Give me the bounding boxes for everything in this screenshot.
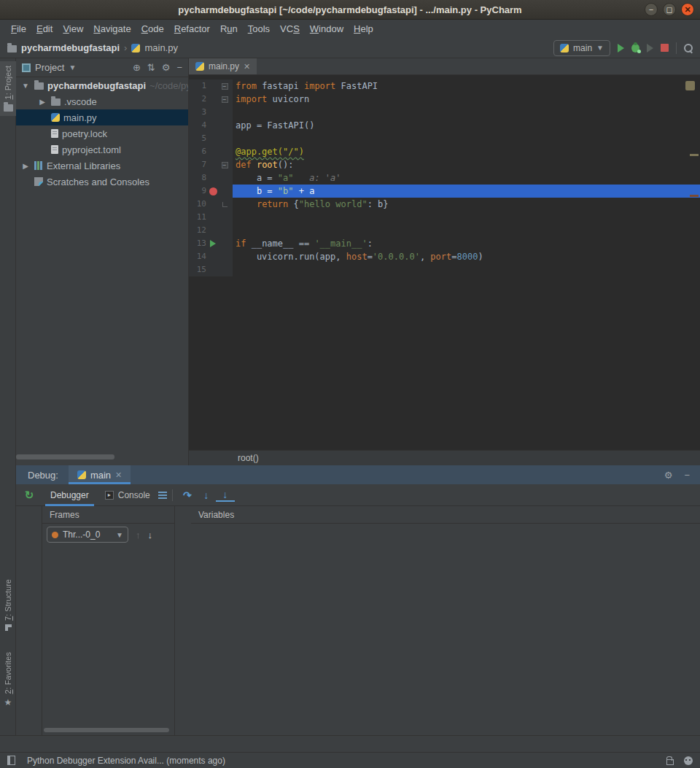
editor-tab-mainpy[interactable]: main.py ✕	[189, 58, 257, 74]
hector-inspections-icon[interactable]	[684, 756, 693, 765]
maximize-icon[interactable]: ◻	[663, 3, 676, 16]
tree-item-poetry-lock[interactable]: poetry.lock	[16, 125, 188, 141]
code-line-1[interactable]: 1−from fastapi import FastAPI	[189, 79, 700, 93]
chevron-right-icon[interactable]: ▶	[37, 98, 47, 106]
run-button[interactable]	[618, 44, 624, 53]
fold-icon[interactable]: −	[222, 162, 228, 168]
tree-item-main-py[interactable]: main.py	[16, 109, 188, 125]
tree-item--vscode[interactable]: ▶.vscode	[16, 93, 188, 109]
code-text	[233, 211, 700, 224]
code-line-3[interactable]: 3	[189, 106, 700, 119]
stop-button[interactable]	[661, 44, 669, 52]
code-line-2[interactable]: 2−import uvicorn	[189, 93, 700, 106]
frames-panel: Frames Thr...-0_0 ▼ ↑ ↓	[42, 506, 175, 735]
menu-tools[interactable]: Tools	[243, 23, 275, 34]
step-into-icon[interactable]: ↓	[197, 489, 216, 501]
menu-navigate[interactable]: Navigate	[88, 23, 136, 34]
frames-horizontal-scrollbar[interactable]	[44, 728, 169, 732]
chevron-down-icon[interactable]: ▼	[20, 82, 31, 90]
menu-bar: FileEditViewNavigateCodeRefactorRunTools…	[0, 20, 700, 38]
lock-icon[interactable]	[666, 759, 674, 765]
next-frame-icon[interactable]: ↓	[148, 530, 153, 540]
code-area[interactable]: 1−from fastapi import FastAPI2−import uv…	[189, 75, 700, 450]
title-bar[interactable]: pycharmdebugfastapi [~/code/pycharmdebug…	[0, 0, 700, 20]
code-line-15[interactable]: 15	[189, 263, 700, 276]
menu-vcs[interactable]: VCS	[275, 23, 305, 34]
breadcrumb-function[interactable]: root()	[238, 453, 259, 463]
code-line-6[interactable]: 6@app.get("/")	[189, 145, 700, 158]
code-line-5[interactable]: 5	[189, 132, 700, 145]
menu-view[interactable]: View	[58, 23, 88, 34]
thread-select[interactable]: Thr...-0_0 ▼	[47, 527, 128, 543]
fold-icon[interactable]: −	[222, 83, 228, 90]
settings-icon[interactable]: ⚙	[664, 470, 673, 481]
hide-icon[interactable]: −	[684, 470, 690, 481]
step-into-my-code-icon[interactable]: ↓	[216, 489, 235, 502]
menu-window[interactable]: Window	[305, 23, 349, 34]
breadcrumb-file[interactable]: main.py	[144, 42, 178, 53]
close-session-icon[interactable]: ✕	[115, 470, 122, 480]
code-line-8[interactable]: 8 a = "a" a: 'a'	[189, 171, 700, 185]
search-everywhere-button[interactable]	[684, 44, 693, 53]
code-line-9[interactable]: 9 b = "b" + a	[189, 185, 700, 198]
code-line-12[interactable]: 12	[189, 224, 700, 237]
code-line-14[interactable]: 14 uvicorn.run(app, host='0.0.0.0', port…	[189, 250, 700, 263]
stripe-tab-2-favorites[interactable]: 2: Favorites★	[0, 648, 16, 712]
debug-view-tab-console[interactable]: ▸Console	[97, 484, 158, 506]
tree-item-pycharmdebugfastapi[interactable]: ▼pycharmdebugfastapi ~/code/pycharmdebug…	[16, 77, 188, 93]
stripe-tab-1-project[interactable]: 1: Project	[0, 61, 16, 116]
python-file-icon	[131, 44, 140, 53]
hide-icon[interactable]: −	[176, 62, 182, 73]
stripe-tab-7-structure[interactable]: 7: Structure	[0, 575, 16, 635]
menu-code[interactable]: Code	[136, 23, 169, 34]
settings-icon[interactable]: ⚙	[162, 62, 171, 73]
breadcrumb-project[interactable]: pycharmdebugfastapi	[21, 42, 120, 53]
code-line-7[interactable]: 7−def root():	[189, 158, 700, 171]
minimize-icon[interactable]: −	[645, 3, 658, 16]
code-line-13[interactable]: 13if __name__ == '__main__':	[189, 237, 700, 250]
tree-item-pyproject-toml[interactable]: pyproject.toml	[16, 141, 188, 158]
breakpoint-icon[interactable]	[209, 187, 217, 195]
chevron-down-icon[interactable]: ▼	[69, 63, 76, 71]
code-line-10[interactable]: 10 return {"hello world": b}	[189, 198, 700, 211]
menu-edit[interactable]: Edit	[31, 23, 58, 34]
menu-refactor[interactable]: Refactor	[169, 23, 215, 34]
coverage-button[interactable]	[647, 44, 653, 53]
python-icon	[560, 44, 569, 53]
line-number: 1	[189, 79, 206, 93]
debug-view-tab-debugger[interactable]: Debugger	[42, 484, 97, 506]
debug-session-tab[interactable]: main ✕	[69, 465, 131, 484]
code-line-11[interactable]: 11	[189, 211, 700, 224]
fold-end-icon[interactable]	[222, 202, 228, 207]
menu-help[interactable]: Help	[349, 23, 378, 34]
chevron-right-icon[interactable]: ▶	[20, 162, 31, 170]
toggle-tool-buttons-icon[interactable]	[7, 756, 15, 765]
fold-icon[interactable]: −	[222, 96, 228, 103]
rerun-icon[interactable]: ↻	[25, 489, 34, 502]
run-line-icon[interactable]	[210, 240, 216, 247]
menu-file[interactable]: File	[6, 23, 31, 34]
inspection-indicator-icon[interactable]	[685, 81, 695, 90]
tree-item-external-libraries[interactable]: ▶External Libraries	[16, 158, 188, 174]
code-line-4[interactable]: 4app = FastAPI()	[189, 119, 700, 132]
project-panel-title[interactable]: Project	[35, 62, 64, 73]
locate-icon[interactable]: ⊕	[133, 62, 141, 73]
thread-row: Thr...-0_0 ▼ ↑ ↓	[42, 524, 174, 546]
close-icon[interactable]: ✕	[681, 3, 694, 16]
view-options-icon[interactable]	[158, 492, 167, 499]
line-number: 2	[189, 93, 206, 106]
collapse-all-icon[interactable]: ⇅	[147, 62, 155, 73]
tree-item-label: .vscode	[64, 96, 97, 107]
project-horizontal-scrollbar[interactable]	[16, 454, 114, 459]
tree-item-scratches-and-consoles[interactable]: Scratches and Consoles	[16, 174, 188, 190]
debug-button[interactable]	[631, 44, 639, 53]
warning-stripe-mark[interactable]	[690, 154, 699, 156]
fold-slot	[219, 202, 230, 207]
run-config-select[interactable]: main ▼	[553, 40, 610, 56]
previous-frame-icon[interactable]: ↑	[136, 530, 141, 540]
step-over-icon[interactable]: ↷	[178, 489, 197, 501]
status-message: Python Debugger Extension Avail... (mome…	[27, 756, 225, 766]
close-tab-icon[interactable]: ✕	[244, 62, 250, 71]
breakpoint-stripe-mark[interactable]	[690, 195, 699, 197]
menu-run[interactable]: Run	[215, 23, 243, 34]
